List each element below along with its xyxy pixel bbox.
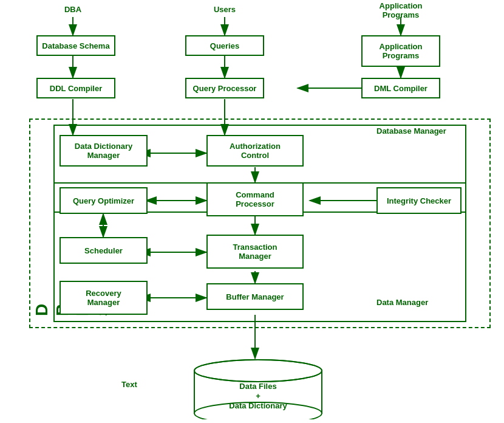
data-manager-label: Data Manager (376, 298, 428, 307)
query-processor-box: Query Processor (185, 78, 264, 98)
recovery-manager-box: RecoveryManager (60, 281, 148, 315)
database-manager-label: Database Manager (376, 126, 446, 136)
queries-box: Queries (185, 35, 264, 56)
users-label: Users (200, 5, 249, 14)
dml-compiler-box: DML Compiler (361, 78, 440, 98)
authorization-control-box: AuthorizationControl (206, 135, 304, 167)
integrity-checker-box: Integrity Checker (376, 187, 461, 214)
application-programs-top-label: ApplicationPrograms (364, 1, 437, 19)
data-dictionary-manager-box: Data DictionaryManager (60, 135, 148, 167)
svg-text:Data Files: Data Files (239, 382, 276, 391)
query-optimizer-box: Query Optimizer (60, 187, 148, 214)
svg-text:+: + (256, 391, 261, 401)
dba-label: DBA (49, 5, 97, 14)
command-processor-box: CommandProcessor (206, 182, 304, 216)
data-files-cylinder: Data Files + Data Dictionary (188, 359, 328, 419)
svg-point-24 (196, 361, 321, 380)
diagram: DBA Users ApplicationPrograms Database S… (0, 0, 504, 423)
text-label: Text (121, 380, 137, 389)
application-programs-box: ApplicationPrograms (361, 35, 440, 67)
svg-text:Data Dictionary: Data Dictionary (229, 401, 287, 410)
transaction-manager-box: TransactionManager (206, 235, 304, 269)
scheduler-box: Scheduler (60, 237, 148, 264)
ddl-compiler-box: DDL Compiler (36, 78, 115, 98)
buffer-manager-box: Buffer Manager (206, 283, 304, 310)
database-schema-box: Database Schema (36, 35, 115, 56)
